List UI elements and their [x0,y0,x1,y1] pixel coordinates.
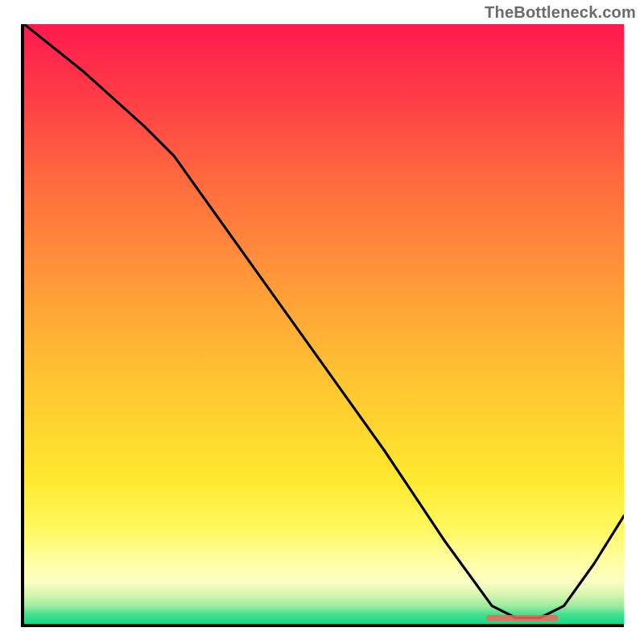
plot-area [21,24,624,627]
bottleneck-curve [24,24,624,624]
plot-frame [18,21,627,630]
attribution-text: TheBottleneck.com [485,3,636,22]
chart-container: TheBottleneck.com [0,0,644,644]
optimal-range-marker [486,615,558,621]
